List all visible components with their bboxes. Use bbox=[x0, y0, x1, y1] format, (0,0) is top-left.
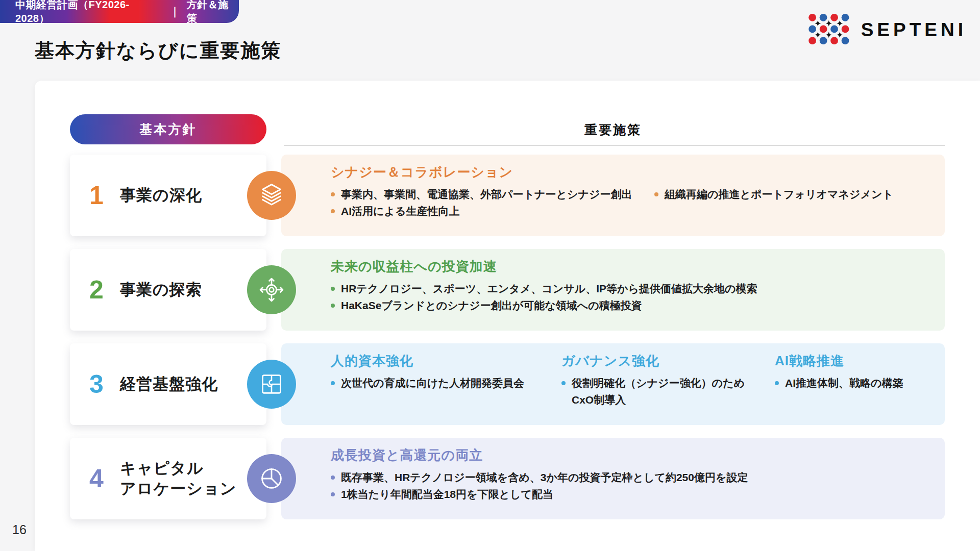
row4-content: 成長投資と高還元の両立 既存事業、HRテクノロジー領域を含め、3か年の投資予定枠… bbox=[331, 438, 945, 519]
septeni-logo: SEPTENI bbox=[808, 13, 967, 47]
row2-number: 2 bbox=[89, 277, 107, 303]
row1-bullet-1: 事業内、事業間、電通協業、外部パートナーとシナジー創出 bbox=[331, 186, 637, 203]
row1-policy-label: 事業の深化 bbox=[120, 185, 202, 206]
row3-number: 3 bbox=[89, 371, 107, 397]
row3-policy-card: 3 経営基盤強化 bbox=[70, 343, 266, 425]
row3-col2-heading: ガバナンス強化 bbox=[561, 352, 775, 370]
septeni-logo-mark-icon bbox=[808, 13, 851, 47]
header-underline bbox=[284, 145, 945, 146]
badge-divider: ｜ bbox=[170, 5, 180, 18]
pie-chart-icon bbox=[247, 454, 296, 503]
puzzle-icon bbox=[247, 360, 296, 409]
slide: 中期経営計画（FY2026-2028） ｜ 方針＆施策 基本方針ならびに重要施策 bbox=[0, 0, 980, 551]
row1-policy-card: 1 事業の深化 bbox=[70, 155, 266, 236]
bullet-dot bbox=[331, 209, 335, 213]
bullet-dot bbox=[331, 381, 335, 385]
row3-col2-bullet-1: 役割明確化（シナジー強化）のため CxO制導入 bbox=[561, 374, 775, 408]
bullet-dot bbox=[331, 475, 335, 480]
row1-content: シナジー＆コラボレーション 事業内、事業間、電通協業、外部パートナーとシナジー創… bbox=[331, 155, 945, 236]
bullet-dot bbox=[654, 192, 658, 196]
row3-col1-heading: 人的資本強化 bbox=[331, 352, 561, 370]
row2-content: 未来の収益柱への投資加速 HRテクノロジー、スポーツ、エンタメ、コンサル、IP等… bbox=[331, 249, 945, 331]
bullet-dot bbox=[561, 381, 566, 385]
badge-plan-label: 中期経営計画（FY2026-2028） bbox=[15, 0, 163, 26]
row3-col3-heading: AI戦略推進 bbox=[775, 352, 945, 370]
row1-number: 1 bbox=[89, 183, 107, 208]
row3-col3-bullet-1: AI推進体制、戦略の構築 bbox=[775, 374, 945, 391]
row4-heading: 成長投資と高還元の両立 bbox=[331, 446, 945, 464]
row4-policy-card: 4 キャピタル アロケーション bbox=[70, 438, 266, 519]
layers-icon bbox=[247, 171, 296, 220]
row3-content: 人的資本強化 次世代の育成に向けた人材開発委員会 ガバナンス強化 役割明確化（シ… bbox=[331, 343, 945, 425]
row1-bullet-2: AI活用による生産性向上 bbox=[331, 203, 637, 219]
row2-policy-card: 2 事業の探索 bbox=[70, 249, 266, 331]
explore-icon bbox=[247, 265, 296, 314]
policy-row-1: 1 事業の深化 シナジー＆コラボレーション 事業内、事業間、電通協業、外部パート… bbox=[35, 155, 980, 236]
row3-col-human-capital: 人的資本強化 次世代の育成に向けた人材開発委員会 bbox=[331, 352, 561, 391]
row4-bullet-2: 1株当たり年間配当金18円を下限として配当 bbox=[331, 486, 945, 503]
policy-row-3: 3 経営基盤強化 人的資本強化 次世代の育成に向けた人材開発委員会 ガ bbox=[35, 343, 980, 425]
bullet-dot bbox=[775, 381, 779, 385]
policy-row-2: 2 事業の探索 未来の収益柱への投資加速 HRテクノロジー、スポーツ、エンタメ、… bbox=[35, 249, 980, 331]
key-measures-header: 重要施策 bbox=[281, 121, 945, 138]
row3-policy-label: 経営基盤強化 bbox=[120, 374, 218, 394]
row2-bullet-1: HRテクノロジー、スポーツ、エンタメ、コンサル、IP等から提供価値拡大余地の模索 bbox=[331, 280, 945, 297]
row4-bullet-1: 既存事業、HRテクノロジー領域を含め、3か年の投資予定枠として約250億円を設定 bbox=[331, 469, 945, 486]
row2-policy-label: 事業の探索 bbox=[120, 280, 202, 300]
row2-bullet-2: HaKaSeブランドとのシナジー創出が可能な領域への積極投資 bbox=[331, 297, 945, 314]
header-badge: 中期経営計画（FY2026-2028） ｜ 方針＆施策 bbox=[0, 0, 239, 23]
bullet-dot bbox=[331, 304, 335, 308]
row1-heading: シナジー＆コラボレーション bbox=[331, 163, 945, 181]
row4-policy-label: キャピタル アロケーション bbox=[120, 458, 236, 499]
bullet-dot bbox=[331, 492, 335, 496]
row3-col1-bullet-1: 次世代の育成に向けた人材開発委員会 bbox=[331, 374, 561, 391]
row4-number: 4 bbox=[89, 466, 107, 491]
septeni-wordmark: SEPTENI bbox=[861, 19, 967, 41]
page-title: 基本方針ならびに重要施策 bbox=[35, 38, 282, 64]
main-panel: 基本方針 重要施策 1 事業の深化 シナジー＆コラボレーション bbox=[35, 81, 980, 551]
basic-policy-pill: 基本方針 bbox=[70, 114, 266, 144]
row3-col-ai-strategy: AI戦略推進 AI推進体制、戦略の構築 bbox=[775, 352, 945, 391]
bullet-dot bbox=[331, 192, 335, 196]
row3-col-governance: ガバナンス強化 役割明確化（シナジー強化）のため CxO制導入 bbox=[561, 352, 775, 408]
policy-row-4: 4 キャピタル アロケーション 成長投資と高還元の両立 既存事業、HRテクノロジ… bbox=[35, 438, 980, 519]
page-number: 16 bbox=[12, 522, 27, 537]
row1-bullet-3: 組織再編の推進とポートフォリオマネジメント bbox=[654, 186, 945, 203]
bullet-dot bbox=[331, 287, 335, 291]
badge-section-label: 方針＆施策 bbox=[187, 0, 239, 26]
row2-heading: 未来の収益柱への投資加速 bbox=[331, 258, 945, 276]
